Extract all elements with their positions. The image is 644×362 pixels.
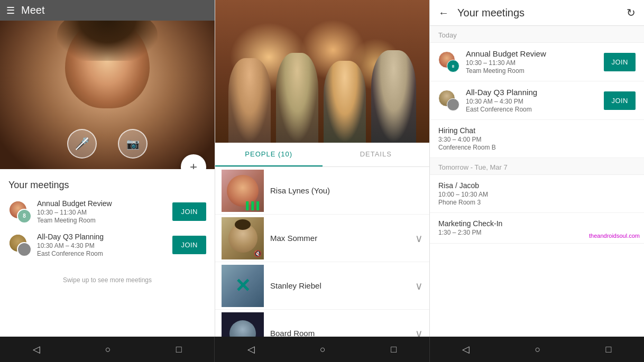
middle-panel: PEOPLE (10) DETAILS ▌▌▌ Risa Lynes (You): [215, 0, 429, 337]
meetings-section: Your meetings 8 Annual Budget Review 10:…: [0, 169, 215, 272]
tab-details[interactable]: DETAILS: [323, 143, 430, 166]
right-meeting-name-4: Risa / Jacob: [438, 181, 636, 190]
mute-active-icon: 🔇: [254, 250, 262, 257]
recents-nav-icon-3[interactable]: □: [606, 344, 612, 355]
hamburger-icon[interactable]: ☰: [6, 5, 15, 16]
right-panel: ← Your meetings ↻ Today 8 Annual Budget …: [429, 0, 644, 337]
list-item: Marketing Check-In 1:30 – 2:30 PM theand…: [430, 213, 644, 244]
person-video-1: ▌▌▌: [222, 170, 264, 212]
list-item: All-Day Q3 Planning 10:30 AM – 4:30 PM E…: [8, 233, 206, 257]
right-meeting-info: Annual Budget Review 10:30 – 11:30 AM Te…: [466, 49, 597, 75]
list-item: Risa / Jacob 10:00 – 10:30 AM Phone Room…: [430, 175, 644, 213]
person-name: Board Room: [270, 329, 415, 337]
avatar-count: 8: [447, 60, 459, 72]
expand-icon[interactable]: ∨: [415, 232, 423, 245]
list-item: ▌▌▌ Risa Lynes (You): [215, 167, 429, 215]
back-nav-icon[interactable]: ◁: [33, 344, 40, 355]
meeting-info-2: All-Day Q3 Planning 10:30 AM – 4:30 PM E…: [37, 233, 167, 257]
right-header: ← Your meetings ↻: [430, 0, 644, 26]
right-meeting-time-4: 10:00 – 10:30 AM: [438, 191, 636, 198]
left-header: ☰ Meet: [0, 0, 215, 21]
bottom-navigation: ◁ ○ □ ◁ ○ □ ◁ ○ □: [0, 337, 644, 362]
right-avatar-1: 8: [438, 51, 459, 72]
avatar-secondary: 8: [17, 209, 32, 224]
back-nav-icon-2[interactable]: ◁: [247, 344, 255, 355]
people-silhouettes: [215, 37, 429, 143]
app-title: Meet: [21, 4, 44, 16]
tab-people[interactable]: PEOPLE (10): [215, 143, 323, 166]
bottom-nav-left: ◁ ○ □: [0, 337, 215, 362]
avatar-stack: 8: [8, 200, 32, 224]
meeting-name-2: All-Day Q3 Planning: [37, 233, 167, 241]
right-meeting-time: 10:30 – 11:30 AM: [466, 59, 597, 67]
right-meeting-info-2: All-Day Q3 Planning 10:30 AM – 4:30 PM E…: [466, 88, 597, 113]
home-nav-icon-2[interactable]: ○: [320, 344, 326, 355]
list-item: 🔇 Max Sommer ∨: [215, 215, 429, 262]
refresh-button[interactable]: ↻: [627, 6, 636, 19]
right-meeting-time-2: 10:30 AM – 4:30 PM: [466, 98, 597, 105]
person-video-2: 🔇: [222, 217, 264, 259]
right-meeting-name-5: Marketing Check-In: [438, 219, 636, 228]
join-button[interactable]: JOIN: [172, 202, 206, 221]
person-name: Max Sommer: [270, 234, 415, 243]
day-header-tomorrow: Tomorrow - Tue, Mar 7: [430, 158, 644, 175]
meeting-group-photo: [215, 0, 429, 143]
list-item: All-Day Q3 Planning 10:30 AM – 4:30 PM E…: [430, 81, 644, 120]
green-x-icon: ✕: [222, 265, 264, 307]
meeting-time-2: 10:30 AM – 4:30 PM: [37, 242, 167, 249]
right-meeting-room: Team Meeting Room: [466, 67, 597, 75]
recents-nav-icon[interactable]: □: [176, 344, 182, 355]
right-meeting-room-2: East Conference Room: [466, 106, 597, 113]
mute-button[interactable]: 🎤: [67, 129, 97, 159]
expand-icon[interactable]: ∨: [415, 327, 423, 337]
bottom-nav-right: ◁ ○ □: [430, 337, 644, 362]
expand-icon[interactable]: ∨: [415, 280, 423, 292]
back-nav-icon-3[interactable]: ◁: [462, 344, 470, 355]
left-panel: ☰ Meet 🎤 📷: [0, 0, 215, 337]
home-nav-icon[interactable]: ○: [105, 344, 111, 355]
recents-nav-icon-2[interactable]: □: [391, 344, 397, 355]
video-button[interactable]: 📷: [118, 129, 148, 159]
selfie-photo: 🎤 📷 +: [0, 0, 215, 169]
person-video-4: ▌▌▌: [222, 312, 264, 337]
watermark: theandroidsoul.com: [589, 233, 640, 239]
person-video-3: ✕: [222, 265, 264, 307]
meeting-info: Annual Budget Review 10:30 – 11:30 AM Te…: [37, 199, 167, 224]
meeting-name: Annual Budget Review: [37, 199, 167, 208]
list-item: Hiring Chat 3:30 – 4:00 PM Conference Ro…: [430, 120, 644, 158]
day-header-today: Today: [430, 26, 644, 43]
right-panel-title: Your meetings: [457, 7, 627, 19]
right-avatar-2: [438, 90, 459, 111]
avatar-count-2: [447, 98, 459, 111]
right-meeting-time-3: 3:30 – 4:00 PM: [438, 136, 636, 143]
right-join-button-1[interactable]: JOIN: [604, 53, 636, 71]
call-controls: 🎤 📷: [0, 129, 215, 159]
list-item: 8 Annual Budget Review 10:30 – 11:30 AM …: [8, 199, 206, 224]
meeting-room-2: East Conference Room: [37, 250, 167, 257]
join-button-2[interactable]: JOIN: [172, 236, 206, 254]
audio-active-icon: ▌▌▌: [246, 201, 262, 210]
avatar-stack-2: [8, 234, 32, 257]
list-item: ▌▌▌ Board Room ∨: [215, 310, 429, 337]
avatar-secondary-2: [17, 242, 32, 257]
list-item: 8 Annual Budget Review 10:30 – 11:30 AM …: [430, 43, 644, 81]
person-name: Risa Lynes (You): [270, 186, 423, 195]
meetings-section-title: Your meetings: [8, 180, 206, 191]
right-meetings-list: Today 8 Annual Budget Review 10:30 – 11:…: [430, 26, 644, 337]
people-details-tabs: PEOPLE (10) DETAILS: [215, 143, 429, 167]
user-face: [54, 18, 160, 145]
meeting-time: 10:30 – 11:30 AM: [37, 209, 167, 216]
back-button[interactable]: ←: [438, 7, 449, 19]
right-meeting-room-3: Conference Room B: [438, 144, 636, 151]
right-meeting-name-2: All-Day Q3 Planning: [466, 88, 597, 97]
people-list: ▌▌▌ Risa Lynes (You) 🔇 Max Sommer ∨ ✕: [215, 167, 429, 337]
right-meeting-room-4: Phone Room 3: [438, 199, 636, 206]
right-join-button-2[interactable]: JOIN: [604, 91, 636, 110]
swipe-hint: Swipe up to see more meetings: [0, 272, 215, 288]
list-item: ✕ Stanley Riebel ∨: [215, 262, 429, 310]
bottom-nav-middle: ◁ ○ □: [215, 337, 429, 362]
home-nav-icon-3[interactable]: ○: [535, 344, 540, 355]
meeting-room: Team Meeting Room: [37, 217, 167, 224]
person-name: Stanley Riebel: [270, 281, 415, 290]
right-meeting-name: Annual Budget Review: [466, 49, 597, 58]
